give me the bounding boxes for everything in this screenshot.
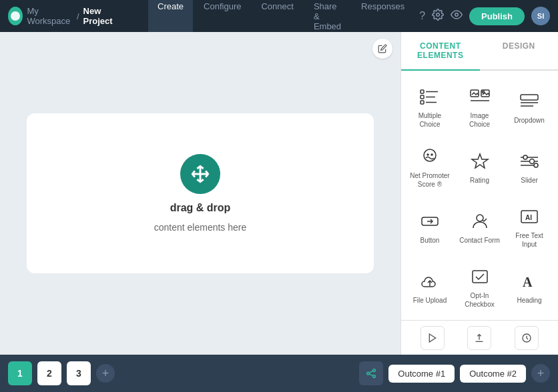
- export-button[interactable]: [467, 326, 491, 350]
- element-free-text[interactable]: AI Free Text Input: [506, 197, 553, 255]
- image-choice-icon: [466, 85, 494, 109]
- drop-zone[interactable]: drag & drop content elements here: [27, 113, 374, 273]
- element-label-rating: Rating: [470, 176, 489, 185]
- svg-point-25: [523, 155, 527, 159]
- svg-point-12: [482, 91, 484, 93]
- svg-point-19: [431, 154, 433, 155]
- file-upload-icon: [416, 269, 444, 293]
- svg-point-63: [373, 375, 376, 378]
- drop-title: drag & drop: [170, 202, 231, 214]
- svg-rect-35: [473, 271, 487, 283]
- nav-connect[interactable]: Connect: [252, 0, 302, 35]
- nav-create[interactable]: Create: [148, 0, 193, 35]
- elements-grid: Multiple Choice Image Choice Dropdown: [401, 71, 558, 320]
- multiple-choice-icon: [416, 85, 444, 109]
- element-label-button: Button: [421, 236, 440, 245]
- breadcrumb-separator: /: [77, 11, 79, 21]
- workspace-label: My Workspace: [27, 6, 73, 26]
- nav-tabs: Create Configure Connect Share & Embed R…: [148, 0, 414, 35]
- publish-button[interactable]: Publish: [469, 7, 525, 25]
- panel-tabs: CONTENT ELEMENTS DESIGN: [401, 32, 558, 71]
- settings-icon[interactable]: [432, 9, 444, 23]
- element-label-optin-checkbox: Opt-In Checkbox: [459, 291, 500, 309]
- element-label-contact-form: Contact Form: [459, 236, 500, 245]
- dropdown-icon: [515, 89, 543, 113]
- right-panel: CONTENT ELEMENTS DESIGN Multiple Choice …: [400, 32, 558, 355]
- element-label-nps: Net Promoter Score ®: [410, 171, 450, 189]
- element-nps[interactable]: Net Promoter Score ®: [406, 137, 453, 195]
- logo-area: My Workspace / New Project: [8, 6, 123, 26]
- element-heading[interactable]: A Heading: [506, 257, 553, 315]
- element-label-free-text: Free Text Input: [509, 231, 549, 249]
- svg-point-0: [437, 13, 440, 17]
- svg-text:A: A: [523, 275, 533, 289]
- add-page-button[interactable]: +: [96, 364, 115, 383]
- svg-point-62: [373, 369, 376, 372]
- nav-responses[interactable]: Responses: [352, 0, 414, 35]
- optin-checkbox-icon: [466, 265, 494, 289]
- header-right: ? Publish SI: [419, 7, 550, 25]
- element-button[interactable]: Button: [406, 197, 453, 255]
- canvas-toolbar: [372, 39, 392, 59]
- nav-share-embed[interactable]: Share & Embed: [304, 0, 350, 35]
- svg-marker-58: [429, 334, 435, 342]
- help-icon[interactable]: ?: [419, 10, 425, 22]
- svg-line-65: [370, 374, 373, 376]
- free-text-icon: AI: [515, 205, 543, 229]
- drop-subtitle: content elements here: [154, 222, 247, 233]
- element-slider[interactable]: Slider: [506, 137, 553, 195]
- svg-point-22: [530, 159, 535, 163]
- tab-content-elements[interactable]: CONTENT ELEMENTS: [401, 32, 480, 71]
- element-rating[interactable]: Rating: [456, 137, 503, 195]
- panel-bottom-actions: [401, 320, 558, 355]
- element-label-dropdown: Dropdown: [514, 116, 545, 125]
- page-tab-2[interactable]: 2: [37, 361, 61, 385]
- svg-rect-6: [421, 95, 424, 99]
- canvas-content: drag & drop content elements here: [0, 32, 400, 355]
- element-label-file-upload: File Upload: [413, 296, 447, 305]
- tab-design[interactable]: DESIGN: [480, 32, 559, 69]
- heading-icon: A: [515, 269, 543, 293]
- history-button[interactable]: [515, 326, 539, 350]
- svg-rect-4: [421, 90, 424, 93]
- element-optin-checkbox[interactable]: Opt-In Checkbox: [456, 257, 503, 315]
- project-name: New Project: [83, 6, 123, 26]
- svg-point-28: [534, 163, 538, 167]
- rating-icon: [466, 149, 494, 173]
- element-image-choice[interactable]: Image Choice: [456, 77, 503, 135]
- element-dropdown[interactable]: Dropdown: [506, 77, 553, 135]
- element-file-upload[interactable]: File Upload: [406, 257, 453, 315]
- svg-rect-8: [421, 101, 424, 104]
- flow-button[interactable]: [359, 361, 383, 385]
- preview-icon[interactable]: [451, 9, 463, 23]
- pencil-tool-button[interactable]: [372, 39, 392, 59]
- svg-rect-14: [521, 95, 538, 100]
- element-contact-form[interactable]: Contact Form: [456, 197, 503, 255]
- logo-icon: [8, 7, 23, 25]
- drop-icon: [180, 154, 220, 194]
- element-label-heading: Heading: [517, 296, 541, 305]
- avatar[interactable]: SI: [531, 7, 550, 25]
- nav-configure[interactable]: Configure: [194, 0, 250, 35]
- slider-icon: [515, 149, 543, 173]
- svg-point-1: [455, 13, 459, 17]
- svg-point-17: [424, 149, 436, 161]
- main-layout: drag & drop content elements here CONTEN…: [0, 32, 558, 355]
- svg-text:AI: AI: [525, 214, 532, 221]
- page-tab-1[interactable]: 1: [8, 361, 32, 385]
- svg-point-18: [427, 154, 429, 155]
- svg-line-64: [370, 371, 373, 373]
- page-tab-3[interactable]: 3: [67, 361, 91, 385]
- nps-icon: [416, 145, 444, 169]
- element-label-slider: Slider: [521, 176, 538, 185]
- outcome-1-button[interactable]: Outcome #1: [388, 365, 455, 383]
- contact-form-icon: [466, 209, 494, 233]
- add-outcome-button[interactable]: +: [531, 364, 550, 383]
- element-multiple-choice[interactable]: Multiple Choice: [406, 77, 453, 135]
- outcome-2-button[interactable]: Outcome #2: [460, 365, 526, 383]
- element-label-image-choice: Image Choice: [459, 111, 500, 129]
- element-label-multiple-choice: Multiple Choice: [410, 111, 450, 129]
- button-icon: [416, 209, 444, 233]
- preview-play-button[interactable]: [421, 326, 445, 350]
- canvas-area: drag & drop content elements here: [0, 32, 400, 355]
